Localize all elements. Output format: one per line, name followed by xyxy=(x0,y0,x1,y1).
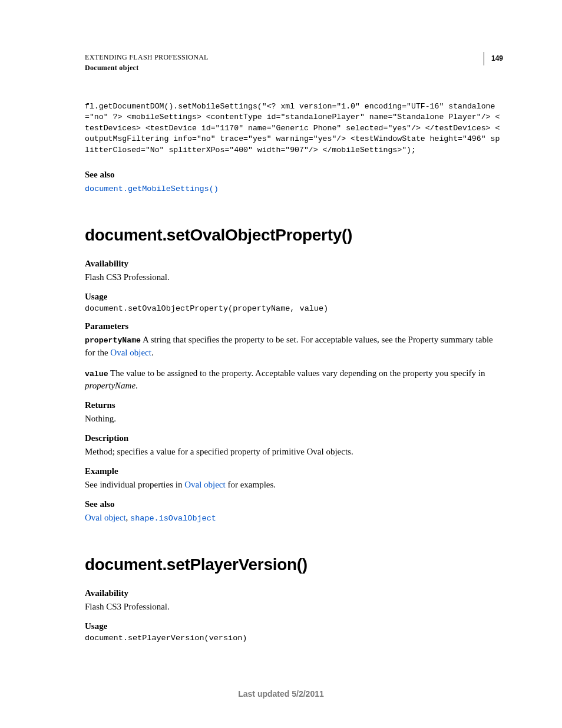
book-title: EXTENDING FLASH PROFESSIONAL xyxy=(85,52,209,62)
usage-code-2: document.setPlayerVersion(version) xyxy=(85,634,503,643)
parameters-label: Parameters xyxy=(85,321,503,331)
usage-label-2: Usage xyxy=(85,621,503,631)
returns-label: Returns xyxy=(85,400,503,410)
method-title-setovalobjectproperty: document.setOvalObjectProperty() xyxy=(85,226,503,245)
param-name-propertyname: propertyName xyxy=(85,336,141,345)
parameter-propertyname: propertyName A string that specifies the… xyxy=(85,334,503,358)
see-also-label: See also xyxy=(85,170,503,180)
see-also-links: document.getMobileSettings() xyxy=(85,182,503,195)
method-title-setplayerversion: document.setPlayerVersion() xyxy=(85,555,503,574)
description-text: Method; specifies a value for a specifie… xyxy=(85,446,503,458)
header-titles: EXTENDING FLASH PROFESSIONAL Document ob… xyxy=(85,52,209,73)
page-number-box: 149 xyxy=(484,52,503,65)
code-example-top: fl.getDocumentDOM().setMobileSettings("<… xyxy=(85,101,503,156)
availability-text-2: Flash CS3 Professional. xyxy=(85,601,503,613)
param-text-2a: The value to be assigned to the property… xyxy=(108,368,485,378)
page-footer: Last updated 5/2/2011 xyxy=(0,689,562,699)
link-oval-object-1[interactable]: Oval object xyxy=(110,348,151,357)
page-content: EXTENDING FLASH PROFESSIONAL Document ob… xyxy=(0,0,562,728)
availability-text: Flash CS3 Professional. xyxy=(85,271,503,284)
link-oval-object-2[interactable]: Oval object xyxy=(184,480,226,489)
link-oval-object-3[interactable]: Oval object xyxy=(85,513,126,522)
page-header: EXTENDING FLASH PROFESSIONAL Document ob… xyxy=(85,52,503,73)
description-label: Description xyxy=(85,433,503,443)
usage-label: Usage xyxy=(85,292,503,302)
availability-label: Availability xyxy=(85,259,503,269)
example-text-b: for examples. xyxy=(226,480,276,489)
see-also-label-2: See also xyxy=(85,499,503,509)
chapter-title: Document object xyxy=(85,62,209,73)
example-text: See individual properties in Oval object… xyxy=(85,479,503,491)
param-text-1b: . xyxy=(151,348,154,357)
parameter-value: value The value to be assigned to the pr… xyxy=(85,367,503,392)
see-also-sep: , xyxy=(126,513,131,522)
example-text-a: See individual properties in xyxy=(85,480,184,489)
param-name-value: value xyxy=(85,370,108,378)
see-also-links-2: Oval object, shape.isOvalObject xyxy=(85,512,503,525)
page-number: 149 xyxy=(491,54,503,62)
usage-code: document.setOvalObjectProperty(propertyN… xyxy=(85,304,503,313)
param-text-2b: . xyxy=(135,381,138,390)
returns-text: Nothing. xyxy=(85,413,503,425)
example-label: Example xyxy=(85,466,503,476)
link-getmobilesettings[interactable]: document.getMobileSettings() xyxy=(85,185,219,193)
availability-label-2: Availability xyxy=(85,588,503,598)
link-shape-isovalobject[interactable]: shape.isOvalObject xyxy=(130,514,216,523)
param-italic-propertyname: propertyName xyxy=(85,381,135,390)
